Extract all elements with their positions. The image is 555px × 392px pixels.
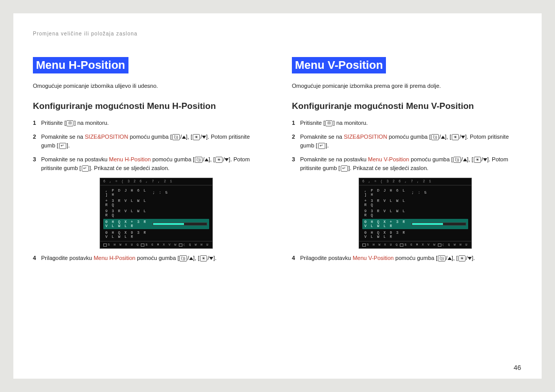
step-h-4: Prilagodite postavku Menu H-Position pom…: [33, 254, 263, 263]
section-title-v: Menu V-Position: [292, 57, 386, 73]
steps-v: Pritisnite [⊟] na monitoru. Pomaknite se…: [292, 119, 522, 173]
left-column: Menu H-Position Omogućuje pomicanje izbo…: [33, 57, 263, 268]
osd-screenshot-h: 6 , = ( 3 2 6 , 7 , 2 1 , P D J H 6 L ] …: [100, 178, 213, 249]
step-v-2: Pomaknite se na SIZE&POSITION pomoću gum…: [292, 133, 522, 150]
section-desc-h: Omogućuje pomicanje izbornika ulijevo il…: [33, 83, 263, 89]
two-column-layout: Menu H-Position Omogućuje pomicanje izbo…: [33, 57, 522, 268]
osd-slider-fill: [153, 223, 184, 225]
adjust-icon: [141, 244, 144, 247]
enter-icon: [179, 244, 182, 247]
section-title-h: Menu H-Position: [33, 57, 128, 73]
osd-body: , P D J H 6 L ] H ; : 5 + 3 R V L W L R …: [100, 185, 212, 241]
steps-h: Pritisnite [⊟] na monitoru. Pomaknite se…: [33, 119, 263, 173]
breadcrumb: Promjena veličine ili položaja zaslona: [33, 31, 522, 36]
osd-slider: [153, 222, 207, 226]
step-v-3: Pomaknite se na postavku Menu V-Position…: [292, 155, 522, 173]
osd-selected-row: 0 H Q X + 3 R V L W L R: [103, 219, 209, 229]
page-number: 46: [514, 364, 521, 371]
section-desc-v: Omogućuje pomicanje izbornika prema gore…: [292, 83, 522, 89]
subheading-h: Konfiguriranje mogućnosti Menu H-Positio…: [33, 101, 263, 111]
step-h-1: Pritisnite [⊟] na monitoru.: [33, 119, 263, 127]
osd-header: 6 , = ( 3 2 6 , 7 , 2 1: [100, 178, 212, 185]
manual-page: Promjena veličine ili položaja zaslona M…: [13, 13, 542, 379]
osd-screenshot-v: 6 , = ( 3 2 6 , 7 , 2 1 , P D J H 6 L ] …: [359, 178, 472, 249]
step-h-3: Pomaknite se na postavku Menu H-Position…: [33, 155, 263, 173]
step-h-2: Pomaknite se na SIZE&POSITION pomoću gum…: [33, 133, 263, 150]
step-v-4: Prilagodite postavku Menu V-Position pom…: [292, 254, 522, 263]
osd-footer: 5 H W X U Q $ G M X V W ( Q W H U: [100, 241, 212, 248]
steps-v-cont: Prilagodite postavku Menu V-Position pom…: [292, 254, 522, 263]
steps-h-cont: Prilagodite postavku Menu H-Position pom…: [33, 254, 263, 263]
step-v-1: Pritisnite [⊟] na monitoru.: [292, 119, 522, 127]
subheading-v: Konfiguriranje mogućnosti Menu V-Positio…: [292, 101, 522, 111]
right-column: Menu V-Position Omogućuje pomicanje izbo…: [292, 57, 522, 268]
return-icon: [103, 244, 107, 247]
